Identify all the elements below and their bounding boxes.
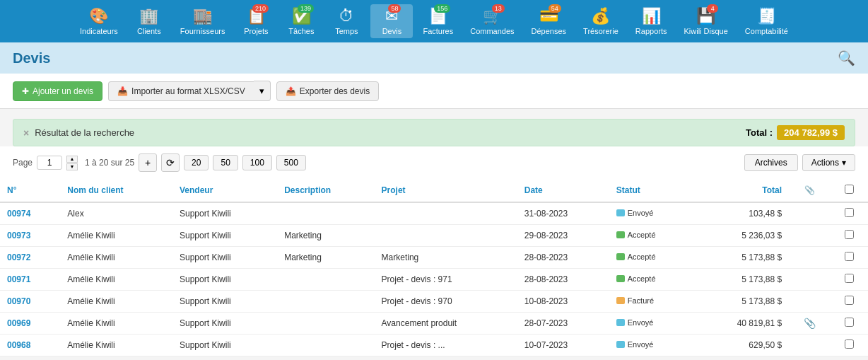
page-input[interactable] bbox=[37, 156, 62, 170]
row-checkbox[interactable] bbox=[845, 208, 854, 217]
page-up-button[interactable]: ▲ bbox=[66, 156, 78, 163]
per-page-500[interactable]: 500 bbox=[276, 155, 306, 170]
select-all-checkbox[interactable] bbox=[845, 185, 854, 194]
cell-vendeur: Support Kiwili bbox=[172, 335, 277, 356]
cell-num[interactable]: 00969 bbox=[0, 313, 60, 335]
cell-statut: Envoyé bbox=[609, 202, 695, 225]
per-page-20[interactable]: 20 bbox=[184, 155, 209, 170]
result-label: Résultat de la recherche bbox=[35, 127, 134, 138]
cell-checkbox[interactable] bbox=[831, 335, 868, 356]
cell-date: 28-07-2023 bbox=[517, 313, 609, 335]
cell-num[interactable]: 00974 bbox=[0, 202, 60, 225]
nav-item-commandes[interactable]: 🛒13 Commandes bbox=[463, 4, 521, 38]
row-checkbox[interactable] bbox=[845, 318, 854, 327]
plus-icon: ✚ bbox=[22, 86, 29, 96]
next-page-button[interactable]: ⟳ bbox=[161, 153, 180, 172]
depenses-icon: 💳54 bbox=[539, 7, 558, 25]
cell-date: 29-08-2023 bbox=[517, 225, 609, 247]
per-page-50[interactable]: 50 bbox=[213, 155, 237, 170]
nav-item-comptabilite[interactable]: 🧾 Comptabilité bbox=[738, 4, 795, 38]
import-button[interactable]: 📥 Importer au format XLSX/CSV bbox=[108, 81, 254, 101]
taches-badge: 139 bbox=[298, 4, 314, 13]
row-checkbox[interactable] bbox=[845, 274, 854, 283]
status-badge: Accepté bbox=[616, 252, 656, 261]
import-dropdown-button[interactable]: ▾ bbox=[254, 81, 271, 101]
cell-num[interactable]: 00970 bbox=[0, 291, 60, 313]
cell-checkbox[interactable] bbox=[831, 225, 868, 247]
devis-link[interactable]: 00973 bbox=[7, 231, 30, 240]
nav-label-clients: Clients bbox=[137, 27, 161, 35]
row-checkbox[interactable] bbox=[845, 252, 854, 261]
cell-total: 5 173,88 $ bbox=[695, 291, 789, 313]
pagination-right-actions: Archives Actions ▾ bbox=[744, 154, 855, 171]
nav-item-clients[interactable]: 🏢 Clients bbox=[128, 4, 170, 38]
table-row: 00972 Amélie Kiwili Support Kiwili Marke… bbox=[0, 247, 868, 269]
status-badge: Envoyé bbox=[616, 318, 654, 327]
nav-item-fournisseurs[interactable]: 🏬 Fournisseurs bbox=[173, 4, 233, 38]
status-dot bbox=[616, 209, 625, 216]
page-header: Devis 🔍 bbox=[0, 42, 868, 74]
prev-page-button[interactable]: + bbox=[139, 153, 157, 172]
devis-link[interactable]: 00968 bbox=[7, 340, 30, 350]
cell-statut: Envoyé bbox=[609, 313, 695, 335]
cell-checkbox[interactable] bbox=[831, 202, 868, 225]
cell-projet: Projet - devis : 970 bbox=[375, 291, 517, 313]
cell-client: Amélie Kiwili bbox=[60, 291, 172, 313]
devis-link[interactable]: 00972 bbox=[7, 252, 30, 262]
cell-num[interactable]: 00973 bbox=[0, 225, 60, 247]
nav-item-kiwili-disque[interactable]: 💾4 Kiwili Disque bbox=[676, 4, 734, 38]
cell-total: 5 173,88 $ bbox=[695, 247, 789, 269]
actions-button[interactable]: Actions ▾ bbox=[802, 154, 855, 171]
cell-checkbox[interactable] bbox=[831, 247, 868, 269]
devis-link[interactable]: 00969 bbox=[7, 318, 30, 328]
search-button[interactable]: 🔍 bbox=[838, 50, 855, 66]
nav-label-indicateurs: Indicateurs bbox=[80, 27, 118, 35]
cell-statut: Envoyé bbox=[609, 335, 695, 356]
nav-item-temps[interactable]: ⏱ Temps bbox=[325, 4, 368, 38]
cell-num[interactable]: 00972 bbox=[0, 247, 60, 269]
cell-num[interactable]: 00968 bbox=[0, 335, 60, 356]
archives-button[interactable]: Archives bbox=[744, 154, 798, 171]
row-checkbox[interactable] bbox=[845, 296, 854, 305]
nav-item-tresorerie[interactable]: 💰 Trésorerie bbox=[576, 4, 626, 38]
devis-link[interactable]: 00970 bbox=[7, 296, 30, 306]
cell-checkbox[interactable] bbox=[831, 291, 868, 313]
table-row: 00974 Alex Support Kiwili 31-08-2023 Env… bbox=[0, 202, 868, 225]
per-page-100[interactable]: 100 bbox=[242, 155, 272, 170]
import-icon: 📥 bbox=[117, 86, 128, 96]
cell-description bbox=[277, 313, 374, 335]
col-total: Total bbox=[695, 179, 789, 202]
cell-date: 31-08-2023 bbox=[517, 202, 609, 225]
cell-projet: Avancement produit bbox=[375, 313, 517, 335]
cell-vendeur: Support Kiwili bbox=[172, 202, 277, 225]
devis-link[interactable]: 00974 bbox=[7, 209, 30, 219]
nav-label-tresorerie: Trésorerie bbox=[583, 27, 618, 35]
cell-checkbox[interactable] bbox=[831, 269, 868, 291]
cell-checkbox[interactable] bbox=[831, 313, 868, 335]
devis-link[interactable]: 00971 bbox=[7, 274, 30, 284]
search-result-info: × Résultat de la recherche bbox=[23, 127, 134, 139]
nav-item-indicateurs[interactable]: 🎨 Indicateurs bbox=[73, 4, 125, 38]
nav-item-projets[interactable]: 📋210 Projets bbox=[235, 4, 277, 38]
comptabilite-icon: 🧾 bbox=[757, 7, 776, 25]
nav-item-devis[interactable]: ✉58 Devis bbox=[370, 4, 413, 38]
pagination-bar: Page ▲ ▼ 1 à 20 sur 25 + ⟳ 20 50 100 500… bbox=[0, 146, 868, 179]
search-result-bar: × Résultat de la recherche Total : 204 7… bbox=[13, 119, 855, 146]
add-devis-button[interactable]: ✚ Ajouter un devis bbox=[13, 81, 102, 101]
cell-projet bbox=[375, 225, 517, 247]
row-checkbox[interactable] bbox=[845, 339, 854, 349]
clear-search-button[interactable]: × bbox=[23, 127, 29, 139]
nav-item-depenses[interactable]: 💳54 Dépenses bbox=[524, 4, 574, 38]
nav-label-temps: Temps bbox=[335, 27, 358, 35]
status-dot bbox=[616, 341, 625, 348]
actions-dropdown-icon: ▾ bbox=[842, 158, 846, 168]
export-button[interactable]: 📤 Exporter des devis bbox=[276, 81, 379, 101]
page-down-button[interactable]: ▼ bbox=[66, 163, 78, 170]
cell-num[interactable]: 00971 bbox=[0, 269, 60, 291]
projets-icon: 📋210 bbox=[247, 7, 266, 25]
nav-item-factures[interactable]: 📄156 Factures bbox=[416, 4, 460, 38]
nav-item-taches[interactable]: ✅139 Tâches bbox=[280, 4, 322, 38]
cell-client: Alex bbox=[60, 202, 172, 225]
nav-item-rapports[interactable]: 📊 Rapports bbox=[628, 4, 674, 38]
row-checkbox[interactable] bbox=[845, 230, 854, 239]
